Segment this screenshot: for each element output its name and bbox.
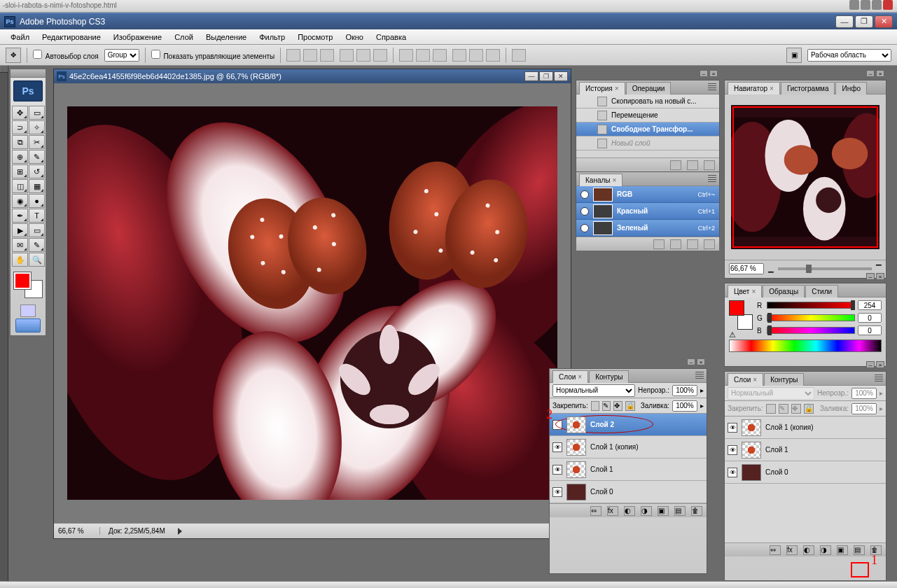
new-layer-icon[interactable]: ▤ — [854, 545, 865, 555]
blur-tool[interactable]: ◉ — [12, 194, 28, 208]
eye-icon[interactable] — [580, 224, 589, 232]
panel-collapse[interactable]: – — [866, 361, 875, 368]
tab-actions[interactable]: Операции — [626, 82, 672, 94]
doc-maximize[interactable]: ❐ — [539, 71, 553, 81]
lock-pixels-icon[interactable]: ✎ — [779, 404, 788, 414]
minimize-button[interactable]: — — [835, 15, 854, 28]
trash-icon[interactable]: 🗑 — [691, 506, 702, 516]
screen-mode-button[interactable] — [15, 318, 41, 332]
layer-list[interactable]: Слой 2 Слой 1 (копия) Слой 1 Слой 0 — [550, 414, 707, 503]
b-slider[interactable] — [767, 327, 855, 334]
menu-edit[interactable]: Редактирование — [36, 31, 107, 43]
fill-flyout-icon[interactable]: ▸ — [700, 402, 704, 410]
move-tool-icon[interactable]: ✥ — [6, 48, 21, 63]
tab-layers[interactable]: Слои× — [728, 373, 763, 386]
workspace-select[interactable]: Рабочая область — [807, 49, 891, 62]
layers-menu-icon[interactable] — [875, 374, 883, 382]
link-layers-icon[interactable]: ⇔ — [770, 545, 781, 555]
tab-paths[interactable]: Контуры — [589, 370, 629, 383]
layer-mask-icon[interactable]: ◐ — [803, 545, 814, 555]
new-doc-from-state-icon[interactable] — [670, 160, 681, 170]
fill-input[interactable] — [672, 400, 697, 412]
zoom-in-icon[interactable]: ▔ — [876, 265, 882, 272]
new-snapshot-icon[interactable] — [687, 160, 698, 170]
eye-icon[interactable] — [580, 207, 589, 216]
arrange-icons[interactable] — [512, 49, 526, 62]
group-icon[interactable]: ▣ — [837, 545, 848, 555]
document-titlebar[interactable]: Ps 45e2c6ea41455f6f98eb6d4402de1385.jpg … — [54, 69, 571, 83]
close-button[interactable]: ✕ — [875, 15, 893, 28]
navigator-zoom-input[interactable] — [729, 263, 764, 274]
navigator-zoom-slider[interactable] — [778, 267, 872, 270]
menu-window[interactable]: Окно — [339, 31, 370, 43]
hand-tool[interactable]: ✋ — [12, 253, 28, 267]
align-icons[interactable] — [286, 49, 334, 62]
save-selection-icon[interactable] — [670, 239, 681, 249]
title-bar[interactable]: Ps Adobe Photoshop CS3 — ❐ ✕ — [0, 13, 897, 29]
menu-view[interactable]: Просмотр — [291, 31, 339, 43]
lock-all-icon[interactable]: 🔒 — [625, 401, 635, 411]
zoom-out-icon[interactable]: ▁ — [768, 265, 774, 272]
quick-mask-button[interactable] — [20, 304, 36, 317]
menu-select[interactable]: Выделение — [200, 31, 253, 43]
panel-close[interactable]: × — [876, 70, 884, 77]
lock-pixels-icon[interactable]: ✎ — [602, 401, 611, 411]
tab-color[interactable]: Цвет× — [728, 285, 762, 298]
channel-list[interactable]: RGBCtrl+~ КрасныйCtrl+1 ЗеленыйCtrl+2 — [576, 186, 719, 237]
doc-minimize[interactable]: — — [524, 71, 538, 81]
layer-mask-icon[interactable]: ◐ — [624, 506, 635, 516]
distribute-icons-2[interactable] — [452, 49, 500, 62]
lock-position-icon[interactable]: ✥ — [613, 401, 622, 411]
new-layer-icon[interactable]: ▤ — [674, 506, 686, 516]
navigator-thumbnail[interactable] — [725, 94, 886, 260]
b-value[interactable] — [858, 326, 882, 335]
maximize-button[interactable]: ❐ — [855, 15, 873, 28]
zoom-tool[interactable]: 🔍 — [29, 253, 45, 267]
eye-icon[interactable] — [728, 468, 737, 477]
navigator-view-rect[interactable] — [732, 106, 878, 248]
dodge-tool[interactable]: ● — [29, 194, 45, 208]
panel-collapse[interactable]: – — [700, 70, 708, 77]
lasso-tool[interactable]: ⊃ — [12, 120, 28, 134]
goto-bridge-icon[interactable]: ▣ — [786, 48, 802, 63]
lock-transparent-icon[interactable] — [591, 401, 599, 411]
panel-close[interactable]: × — [709, 70, 718, 77]
tab-histogram[interactable]: Гистограмма — [781, 82, 835, 94]
fg-color-chip[interactable] — [729, 300, 744, 316]
auto-select-checkbox[interactable]: Автовыбор слоя — [33, 50, 99, 60]
tab-navigator[interactable]: Навигатор× — [728, 82, 780, 94]
r-slider[interactable] — [767, 302, 855, 309]
g-slider[interactable] — [767, 314, 855, 321]
tools-panel-grip[interactable] — [11, 69, 46, 78]
lock-all-icon[interactable]: 🔒 — [804, 404, 814, 414]
foreground-color[interactable] — [14, 272, 31, 289]
adjustment-layer-icon[interactable]: ◑ — [820, 545, 831, 555]
opacity-input[interactable] — [672, 385, 697, 396]
history-list[interactable]: Скопировать на новый с... Перемещение Св… — [576, 94, 719, 158]
move-tool[interactable]: ✥ — [12, 106, 28, 120]
tab-swatches[interactable]: Образцы — [763, 285, 805, 298]
eye-icon[interactable] — [580, 190, 589, 199]
blend-mode-select[interactable]: Нормальный — [728, 387, 814, 400]
slice-tool[interactable]: ✂ — [29, 135, 45, 149]
eye-icon[interactable] — [728, 423, 737, 433]
menu-help[interactable]: Справка — [370, 31, 412, 43]
trash-icon[interactable] — [704, 239, 715, 249]
bg-color-chip[interactable] — [737, 314, 753, 330]
tab-channels[interactable]: Каналы× — [579, 174, 623, 186]
stamp-tool[interactable]: ⊞ — [12, 164, 28, 178]
opacity-input[interactable] — [851, 388, 877, 399]
show-transform-controls[interactable]: Показать управляющие элементы — [151, 50, 275, 60]
left-dock-strip[interactable] — [0, 66, 8, 588]
tab-paths[interactable]: Контуры — [764, 373, 804, 386]
link-layers-icon[interactable]: ⇔ — [590, 506, 602, 516]
wand-tool[interactable]: ✧ — [29, 120, 45, 134]
history-brush-tool[interactable]: ↺ — [29, 164, 45, 178]
eye-icon[interactable] — [552, 420, 562, 430]
color-swatches[interactable] — [13, 271, 43, 299]
blend-mode-select[interactable]: Нормальный — [552, 384, 635, 397]
tab-styles[interactable]: Стили — [805, 285, 838, 298]
panel-close[interactable]: × — [876, 273, 884, 280]
menu-bar[interactable]: Файл Редактирование Изображение Слой Выд… — [0, 29, 897, 45]
tab-layers[interactable]: Слои× — [552, 370, 588, 383]
